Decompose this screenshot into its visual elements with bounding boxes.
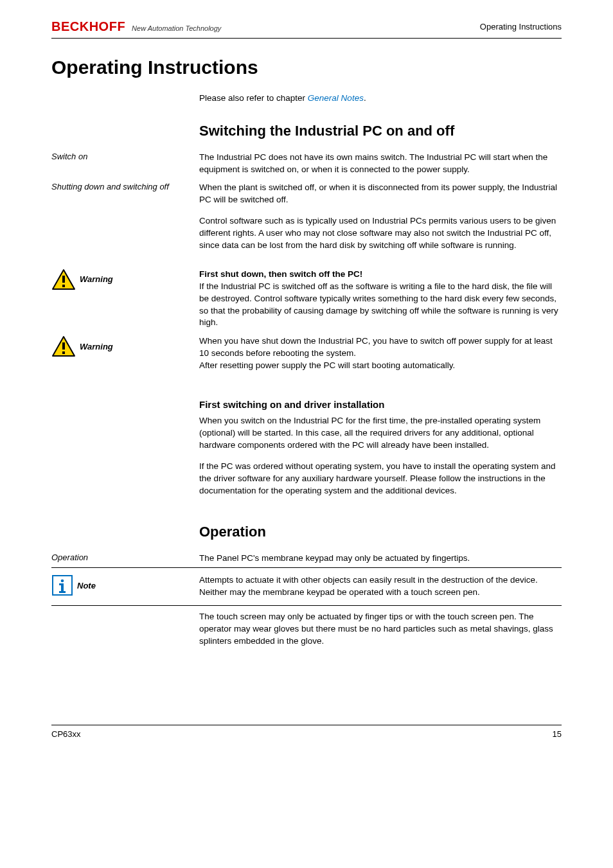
general-notes-link[interactable]: General Notes [308,93,364,103]
warning1-row: Warning First shut down, then switch off… [51,269,562,329]
warning1-body: First shut down, then switch off the PC!… [199,269,562,329]
intro-suffix: . [364,93,366,103]
first-switch-p2: If the PC was ordered without operating … [199,461,562,497]
footer-page-number: 15 [553,729,562,739]
svg-rect-9 [59,583,63,585]
header-section-label: Operating Instructions [480,22,562,31]
page-title: Operating Instructions [51,57,562,78]
note-body: Attempts to actuate it with other object… [199,574,562,599]
switch-on-sidenote: Switch on [51,152,199,176]
switching-heading-body: Switching the Industrial PC on and off [199,121,562,145]
first-switch-p1: When you switch on the Industrial PC for… [199,415,562,452]
intro-prefix: Please also refer to chapter [199,93,308,103]
footer-left: CP63xx [51,729,81,739]
intro-row: Please also refer to chapter General Not… [51,93,562,105]
switch-on-body: The Industrial PC does not have its own … [199,152,562,176]
note-text: Attempts to actuate it with other object… [199,574,562,599]
first-switch-body: First switching on and driver installati… [199,398,562,497]
warning2-row: Warning When you have shut down the Indu… [51,335,562,372]
svg-point-7 [61,580,64,583]
warning1-label: Warning [80,274,113,284]
info-icon [51,574,73,596]
note-label: Note [77,581,96,590]
warning-icon [51,335,76,357]
operation-heading: Operation [199,522,562,542]
empty-sidenote [51,398,199,497]
svg-rect-1 [62,276,65,283]
operation-heading-body: Operation [199,522,562,546]
operation-heading-row: Operation [51,522,562,546]
intro-body: Please also refer to chapter General Not… [199,93,562,105]
page: BECKHOFF New Automation Technology Opera… [0,0,613,765]
warning1-head: First shut down, then switch off the PC! [199,269,362,279]
switching-heading: Switching the Industrial PC on and off [199,121,562,141]
shut-off-sidenote: Shutting down and switching off [51,182,199,251]
intro-sidenote [51,93,199,105]
page-header: BECKHOFF New Automation Technology Opera… [51,19,562,39]
warning2-body: When you have shut down the Industrial P… [199,335,562,372]
shut-off-p1: When the plant is switched off, or when … [199,182,562,206]
brand-logo: BECKHOFF [51,19,125,34]
brand-tagline: New Automation Technology [132,24,221,32]
warning2-p2: After resetting power supply the PC will… [199,360,455,370]
note-row: Note Attempts to actuate it with other o… [51,567,562,606]
svg-rect-10 [59,591,66,593]
touch-body: The touch screen may only be actuated by… [199,611,562,648]
page-footer: CP63xx 15 [51,725,562,739]
shut-off-row: Shutting down and switching off When the… [51,182,562,251]
first-switch-row: First switching on and driver installati… [51,398,562,497]
warning2-label: Warning [80,342,113,351]
warning1-sidenote: Warning [51,269,199,329]
empty-sidenote [51,522,199,546]
content: Please also refer to chapter General Not… [51,93,562,648]
switch-on-text: The Industrial PC does not have its own … [199,152,562,176]
logo-area: BECKHOFF New Automation Technology [51,19,221,34]
warning2-sidenote: Warning [51,335,199,372]
touch-row: The touch screen may only be actuated by… [51,611,562,648]
operation-sidenote: Operation [51,553,199,565]
operation-intro-body: The Panel PC's membrane keypad may only … [199,553,562,565]
empty-sidenote [51,611,199,648]
svg-rect-2 [62,285,65,287]
svg-rect-4 [62,342,65,350]
note-sidenote: Note [51,574,199,599]
switch-on-row: Switch on The Industrial PC does not hav… [51,152,562,176]
touch-text: The touch screen may only be actuated by… [199,611,562,648]
shut-off-body: When the plant is switched off, or when … [199,182,562,251]
shut-off-p2: Control software such as is typically us… [199,215,562,252]
operation-intro-text: The Panel PC's membrane keypad may only … [199,553,562,565]
warning-icon [51,269,76,290]
first-switch-heading: First switching on and driver installati… [199,398,562,411]
svg-rect-5 [62,351,65,354]
switching-heading-row: Switching the Industrial PC on and off [51,121,562,145]
warning1-text: If the Industrial PC is switched off as … [199,281,558,328]
warning2-p1: When you have shut down the Industrial P… [199,336,553,358]
operation-intro-row: Operation The Panel PC's membrane keypad… [51,553,562,565]
empty-sidenote [51,121,199,145]
